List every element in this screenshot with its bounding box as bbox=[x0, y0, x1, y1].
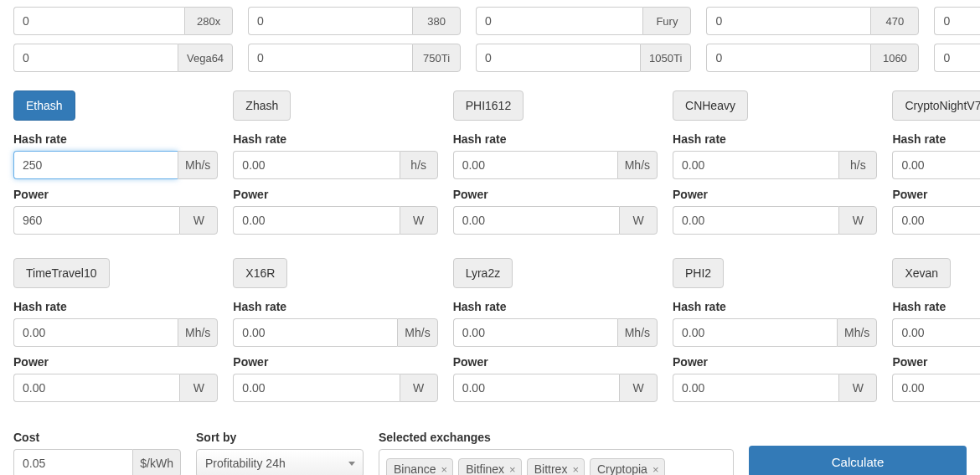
hash-rate-label: Hash rate bbox=[233, 300, 437, 313]
algo-card-zhash: ZhashHash rateh/sPowerW bbox=[233, 90, 437, 243]
power-label: Power bbox=[233, 355, 437, 369]
power-input[interactable] bbox=[453, 374, 619, 402]
algo-card-ethash: EthashHash rateMh/sPowerW bbox=[13, 90, 218, 243]
close-icon[interactable]: × bbox=[441, 463, 448, 476]
algo-button-timetravel10[interactable]: TimeTravel10 bbox=[13, 258, 110, 288]
gpu-count-input[interactable] bbox=[706, 44, 870, 72]
calculate-button[interactable]: Calculate bbox=[749, 446, 967, 475]
power-input[interactable] bbox=[892, 374, 980, 402]
power-label: Power bbox=[453, 355, 658, 369]
power-unit: W bbox=[400, 206, 438, 235]
power-input[interactable] bbox=[673, 206, 838, 235]
algo-card-lyra2z: Lyra2zHash rateMh/sPowerW bbox=[453, 258, 658, 410]
gpu-count-input[interactable] bbox=[248, 7, 412, 35]
gpu-model-label: 280x bbox=[184, 7, 233, 35]
hash-rate-unit: Mh/s bbox=[617, 318, 658, 347]
selected-exchanges-label: Selected exchanges bbox=[379, 431, 734, 444]
exchange-tag[interactable]: Cryptopia× bbox=[590, 458, 665, 475]
gpu-preset-1060: 1060 bbox=[706, 44, 919, 72]
gpu-count-input[interactable] bbox=[934, 7, 980, 35]
cost-input[interactable] bbox=[13, 449, 132, 475]
algo-card-timetravel10: TimeTravel10Hash rateMh/sPowerW bbox=[13, 258, 218, 410]
power-label: Power bbox=[453, 188, 658, 201]
algo-button-xevan[interactable]: Xevan bbox=[892, 258, 951, 288]
hash-rate-input[interactable] bbox=[233, 318, 397, 347]
close-icon[interactable]: × bbox=[509, 463, 516, 476]
algo-button-ethash[interactable]: Ethash bbox=[13, 90, 75, 121]
hash-rate-unit: h/s bbox=[838, 151, 877, 179]
hash-rate-input[interactable] bbox=[453, 318, 617, 347]
algo-button-lyra2z[interactable]: Lyra2z bbox=[453, 258, 513, 288]
gpu-preset-fury: Fury bbox=[476, 7, 691, 35]
power-label: Power bbox=[892, 188, 980, 201]
hash-rate-label: Hash rate bbox=[13, 300, 218, 313]
algo-card-cnheavy: CNHeavyHash rateh/sPowerW bbox=[673, 90, 877, 243]
power-label: Power bbox=[673, 355, 877, 369]
exchange-tag[interactable]: Bittrex× bbox=[527, 458, 585, 475]
exchange-tag-label: Binance bbox=[394, 462, 436, 475]
power-input[interactable] bbox=[673, 374, 838, 402]
hash-rate-input[interactable] bbox=[233, 151, 399, 179]
selected-exchanges-box[interactable]: Binance×Bitfinex×Bittrex×Cryptopia×HitBT… bbox=[379, 449, 734, 475]
exchange-tag[interactable]: Bitfinex× bbox=[458, 458, 522, 475]
power-input[interactable] bbox=[13, 374, 179, 402]
hash-rate-unit: Mh/s bbox=[178, 151, 218, 179]
exchange-tag[interactable]: Binance× bbox=[386, 458, 453, 475]
hash-rate-input[interactable] bbox=[13, 151, 178, 179]
sort-by-select[interactable]: Profitability 24h bbox=[196, 449, 364, 475]
power-unit: W bbox=[838, 206, 877, 235]
hash-rate-unit: Mh/s bbox=[837, 318, 877, 347]
close-icon[interactable]: × bbox=[572, 463, 579, 476]
hash-rate-label: Hash rate bbox=[892, 132, 980, 146]
algo-button-x16r[interactable]: X16R bbox=[233, 258, 287, 288]
gpu-model-label: 1060 bbox=[870, 44, 919, 72]
gpu-count-input[interactable] bbox=[476, 44, 640, 72]
hash-rate-label: Hash rate bbox=[892, 300, 980, 313]
algo-card-xevan: XevanHash rateMh/sPowerW bbox=[892, 258, 980, 410]
hash-rate-input[interactable] bbox=[673, 318, 837, 347]
hash-rate-unit: Mh/s bbox=[178, 318, 218, 347]
gpu-count-input[interactable] bbox=[934, 44, 980, 72]
power-label: Power bbox=[673, 188, 877, 201]
power-input[interactable] bbox=[13, 206, 179, 235]
close-icon[interactable]: × bbox=[652, 463, 659, 476]
hash-rate-label: Hash rate bbox=[673, 300, 877, 313]
power-input[interactable] bbox=[892, 206, 980, 235]
hash-rate-label: Hash rate bbox=[673, 132, 877, 146]
gpu-count-input[interactable] bbox=[13, 7, 184, 35]
power-input[interactable] bbox=[233, 206, 399, 235]
exchange-tag-label: Bittrex bbox=[534, 462, 568, 475]
hash-rate-input[interactable] bbox=[13, 318, 178, 347]
hash-rate-input[interactable] bbox=[892, 151, 980, 179]
gpu-count-input[interactable] bbox=[476, 7, 642, 35]
power-unit: W bbox=[179, 374, 218, 402]
power-unit: W bbox=[838, 374, 877, 402]
power-input[interactable] bbox=[233, 374, 399, 402]
gpu-preset-280x: 280x bbox=[13, 7, 233, 35]
algo-button-phi1612[interactable]: PHI1612 bbox=[453, 90, 524, 121]
gpu-count-input[interactable] bbox=[13, 44, 178, 72]
hash-rate-unit: Mh/s bbox=[617, 151, 658, 179]
algo-button-cryptonightv7[interactable]: CryptoNightV7 bbox=[892, 90, 980, 121]
gpu-model-label: 1050Ti bbox=[640, 44, 691, 72]
hash-rate-label: Hash rate bbox=[233, 132, 437, 146]
gpu-preset-1070: 1070 bbox=[934, 44, 980, 72]
cost-label: Cost bbox=[13, 431, 181, 444]
sort-by-label: Sort by bbox=[196, 431, 364, 444]
hash-rate-input[interactable] bbox=[892, 318, 980, 347]
algo-button-cnheavy[interactable]: CNHeavy bbox=[673, 90, 748, 121]
exchange-tag-label: Cryptopia bbox=[597, 462, 647, 475]
gpu-count-input[interactable] bbox=[248, 44, 412, 72]
gpu-count-input[interactable] bbox=[706, 7, 870, 35]
hash-rate-input[interactable] bbox=[673, 151, 838, 179]
algo-button-zhash[interactable]: Zhash bbox=[233, 90, 291, 121]
cost-unit: $/kWh bbox=[132, 449, 181, 475]
gpu-preset-380: 380 bbox=[248, 7, 461, 35]
gpu-model-label: 380 bbox=[412, 7, 461, 35]
power-label: Power bbox=[233, 188, 437, 201]
power-input[interactable] bbox=[453, 206, 619, 235]
power-label: Power bbox=[13, 355, 218, 369]
algo-button-phi2[interactable]: PHI2 bbox=[673, 258, 724, 288]
algo-card-cryptonightv7: CryptoNightV7Hash rateh/sPowerW bbox=[892, 90, 980, 243]
hash-rate-input[interactable] bbox=[453, 151, 617, 179]
